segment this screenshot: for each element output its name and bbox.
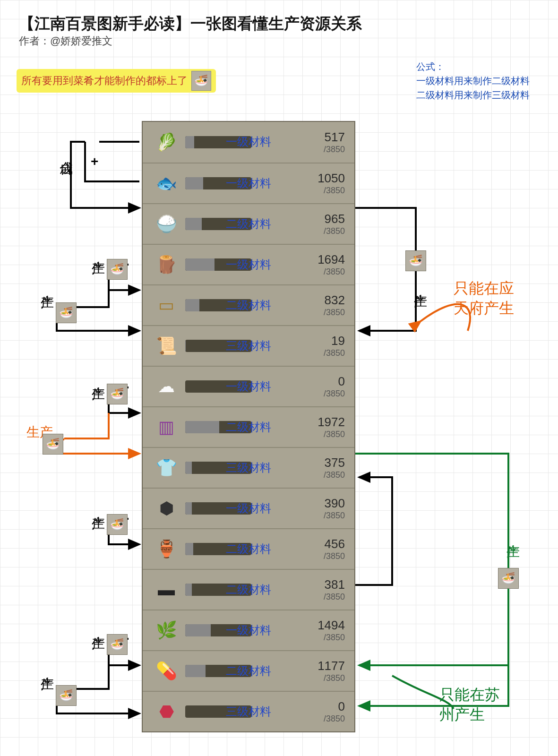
count-value: 832	[324, 293, 345, 308]
resource-row: ⬣三级材料0/3850	[143, 691, 354, 731]
count-value: 390	[324, 496, 345, 511]
note-yingtian: 只能在应天府产生	[454, 279, 524, 318]
log-icon: 🪵	[149, 251, 183, 278]
count-block: 381/3850	[324, 577, 348, 602]
resource-row: 🐟一级材料1050/3850	[143, 163, 354, 203]
formula-line-2: 二级材料用来制作三级材料	[416, 88, 530, 102]
note-suzhou: 只能在苏州产生	[439, 685, 510, 724]
count-value: 19	[324, 334, 345, 348]
count-value: 381	[324, 577, 345, 592]
count-block: 1177/3850	[318, 659, 348, 683]
dish-icon: 🍜	[43, 434, 63, 455]
count-block: 832/3850	[324, 293, 348, 318]
count-max: /3850	[324, 592, 345, 602]
vegetable-icon: 🥬	[149, 129, 183, 155]
tier-label: 三级材料	[226, 338, 271, 353]
tier-label: 二级材料	[226, 663, 271, 679]
count-max: /3850	[324, 551, 345, 561]
tier-label: 二级材料	[226, 216, 271, 232]
resource-row: ▥二级材料1972/3850	[143, 406, 354, 447]
author-line: 作者：@娇娇爱推文	[19, 34, 112, 48]
count-block: 965/3850	[324, 212, 348, 236]
resource-row: 🍚二级材料965/3850	[143, 203, 354, 244]
count-max: /3850	[324, 145, 345, 155]
resource-row: 💊二级材料1177/3850	[143, 650, 354, 691]
count-block: 19/3850	[324, 334, 348, 358]
resource-row: 📜三级材料19/3850	[143, 325, 354, 366]
plank-icon: ▭	[149, 292, 183, 318]
plus-sign: +	[91, 154, 98, 169]
count-max: /3850	[318, 633, 345, 643]
count-value: 1177	[318, 659, 345, 673]
count-block: 1494/3850	[318, 618, 348, 643]
count-value: 0	[324, 699, 345, 714]
count-value: 0	[324, 374, 345, 389]
resource-row: 🪵一级材料1694/3850	[143, 244, 354, 284]
resource-row: ⬢一级材料390/3850	[143, 488, 354, 528]
count-block: 517/3850	[324, 130, 348, 155]
resource-panel: 🥬一级材料517/3850🐟一级材料1050/3850🍚二级材料965/3850…	[142, 121, 355, 732]
ore-icon: ⬢	[149, 495, 183, 522]
count-block: 1050/3850	[318, 171, 348, 196]
resource-row: 👕三级材料375/3850	[143, 447, 354, 488]
dish-icon: 🍜	[107, 514, 128, 535]
tier-label: 三级材料	[226, 704, 271, 719]
resource-row: ☁一级材料0/3850	[143, 366, 354, 406]
count-value: 456	[324, 537, 345, 551]
tier-label: 三级材料	[226, 460, 271, 475]
tier-label: 一级材料	[226, 501, 271, 516]
cloth-icon: ▥	[149, 414, 183, 440]
count-block: 456/3850	[324, 537, 348, 561]
tier-label: 二级材料	[226, 541, 271, 557]
count-max: /3850	[324, 226, 345, 236]
count-value: 375	[324, 455, 345, 470]
formula-heading: 公式：	[416, 60, 530, 74]
dish-icon: 🍜	[107, 259, 128, 280]
medicine-icon: 💊	[149, 658, 183, 684]
page-title: 【江南百景图新手必读】一张图看懂生产资源关系	[19, 13, 362, 34]
count-max: /3850	[318, 267, 345, 277]
formula-line-1: 一级材料用来制作二级材料	[416, 74, 530, 88]
count-block: 0/3850	[324, 374, 348, 399]
resource-row: 🌿一级材料1494/3850	[143, 610, 354, 650]
count-block: 375/3850	[324, 455, 348, 480]
count-value: 517	[324, 130, 345, 145]
highlight-note: 所有要用到菜肴才能制作的都标上了 🍜	[17, 69, 216, 93]
resource-row: ▭二级材料832/3850	[143, 284, 354, 325]
count-max: /3850	[324, 470, 345, 480]
tier-label: 一级材料	[226, 134, 271, 149]
cotton-icon: ☁	[149, 373, 183, 400]
tier-label: 一级材料	[226, 176, 271, 191]
tier-label: 二级材料	[226, 582, 271, 597]
paper-icon: 📜	[149, 333, 183, 359]
rice-bowl-icon: 🍚	[149, 211, 183, 237]
pill-icon: ⬣	[149, 698, 183, 725]
count-value: 1050	[318, 171, 345, 186]
count-block: 390/3850	[324, 496, 348, 521]
resource-row: 🏺二级材料456/3850	[143, 528, 354, 569]
dish-icon: 🍜	[405, 250, 426, 271]
count-max: /3850	[324, 308, 345, 318]
count-block: 1972/3850	[318, 415, 348, 439]
count-max: /3850	[324, 714, 345, 724]
tier-label: 一级材料	[226, 257, 271, 272]
dish-icon: 🍜	[107, 384, 128, 404]
robe-icon: 👕	[149, 455, 183, 481]
fish-icon: 🐟	[149, 170, 183, 197]
resource-row: ▬二级材料381/3850	[143, 569, 354, 610]
formula-box: 公式： 一级材料用来制作二级材料 二级材料用来制作三级材料	[416, 60, 530, 102]
count-value: 1972	[318, 415, 345, 430]
dish-icon: 🍜	[56, 302, 77, 323]
count-value: 1494	[318, 618, 345, 633]
dish-icon: 🍜	[498, 568, 519, 589]
dish-icon: 🍜	[191, 71, 211, 91]
charcoal-icon: ▬	[149, 576, 183, 603]
count-value: 965	[324, 212, 345, 226]
dish-icon: 🍜	[107, 634, 128, 655]
tier-label: 一级材料	[226, 379, 271, 394]
count-max: /3850	[324, 389, 345, 399]
herb-icon: 🌿	[149, 617, 183, 644]
tier-label: 一级材料	[226, 623, 271, 638]
tier-label: 二级材料	[226, 420, 271, 435]
dish-icon: 🍜	[56, 685, 77, 706]
